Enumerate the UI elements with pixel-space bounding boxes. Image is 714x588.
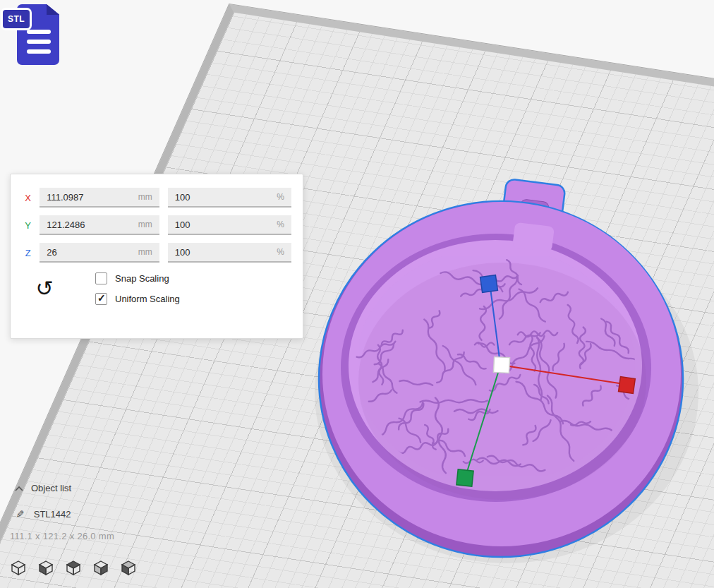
scale-handle-uniform[interactable] (493, 356, 509, 373)
snap-scaling-checkbox[interactable] (95, 272, 107, 284)
object-name: STL1442 (34, 509, 71, 520)
uniform-scaling-checkbox-row[interactable]: Uniform Scaling (95, 293, 180, 305)
scale-handle-z[interactable] (480, 275, 498, 293)
object-list-toggle[interactable]: Object list (14, 483, 71, 493)
scale-x-mm-value: 111.0987 (47, 192, 83, 203)
snap-scaling-checkbox-row[interactable]: Snap Scaling (95, 272, 180, 284)
front-view-icon[interactable] (36, 556, 56, 579)
reset-scale-icon[interactable]: ↺ (22, 277, 67, 300)
scale-z-percent-unit: % (277, 247, 284, 257)
scale-handle-y[interactable] (456, 469, 473, 486)
scale-row-y: Y 121.2486 mm 100 % (22, 215, 291, 235)
uniform-scaling-checkbox[interactable] (95, 293, 107, 305)
left-view-icon[interactable] (91, 556, 111, 579)
scale-y-percent-value: 100 (175, 220, 190, 230)
scale-z-percent-input[interactable]: 100 % (168, 243, 291, 263)
3d-view-icon[interactable] (8, 556, 28, 579)
scale-x-mm-unit: mm (138, 192, 152, 202)
scale-tool-panel: X 111.0987 mm 100 % Y 121.2486 mm 100 % … (10, 174, 303, 339)
scale-x-percent-value: 100 (175, 192, 190, 203)
scale-z-mm-unit: mm (138, 247, 152, 257)
snap-scaling-label: Snap Scaling (115, 273, 169, 284)
scale-y-mm-unit: mm (138, 220, 152, 229)
stl-badge: STL (3, 10, 30, 28)
model-dimensions: 111.1 x 121.2 x 26.0 mm (10, 531, 114, 541)
scale-x-percent-unit: % (277, 192, 284, 202)
scale-z-percent-value: 100 (175, 247, 190, 258)
scale-y-mm-value: 121.2486 (47, 220, 85, 230)
top-view-icon[interactable] (63, 556, 83, 579)
axis-z-label: Z (22, 248, 34, 258)
collapse-chevron-icon (14, 485, 24, 492)
object-list-label: Object list (31, 483, 71, 493)
object-list-item[interactable]: ✎ STL1442 (16, 508, 71, 520)
scale-y-percent-unit: % (277, 220, 284, 229)
right-view-icon[interactable] (119, 556, 138, 579)
stl-file-icon: STL (3, 1, 66, 71)
scale-y-percent-input[interactable]: 100 % (168, 215, 291, 235)
scale-z-mm-input[interactable]: 26 mm (40, 243, 159, 263)
edit-icon: ✎ (14, 510, 25, 518)
scale-y-mm-input[interactable]: 121.2486 mm (40, 215, 159, 235)
axis-x-label: X (22, 193, 34, 203)
scale-handle-x[interactable] (619, 377, 636, 394)
scale-row-z: Z 26 mm 100 % (22, 243, 291, 263)
axis-y-label: Y (22, 220, 34, 231)
scale-x-percent-input[interactable]: 100 % (168, 188, 291, 208)
scale-x-mm-input[interactable]: 111.0987 mm (40, 188, 159, 208)
scale-row-x: X 111.0987 mm 100 % (22, 188, 291, 208)
view-toolbar (8, 556, 138, 579)
scale-z-mm-value: 26 (47, 247, 56, 258)
uniform-scaling-label: Uniform Scaling (115, 294, 180, 304)
